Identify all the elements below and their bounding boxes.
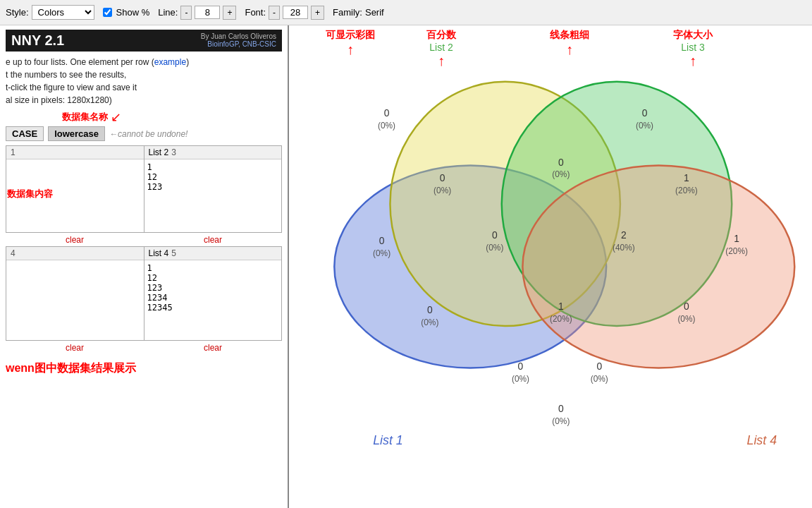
list4-textarea[interactable]: 1 12 123 1234 12345 xyxy=(144,260,282,338)
line-plus-button[interactable]: + xyxy=(223,6,236,20)
line-value-input[interactable]: 8 xyxy=(195,6,220,19)
list4-container: List 4 5 1 12 123 1234 12345 xyxy=(144,246,283,341)
region-124-pct: (0%) xyxy=(421,318,438,327)
region-34a-value: 1 xyxy=(684,172,689,183)
region-bottom-pct: (0%) xyxy=(552,416,570,426)
font-plus-button[interactable]: + xyxy=(311,6,324,20)
case-row: CASE lowercase ←cannot be undone! xyxy=(6,126,282,141)
list-top-clear-row: clear clear xyxy=(6,233,282,246)
region-1234-pct: (20%) xyxy=(550,314,572,324)
region-124-value: 0 xyxy=(427,304,433,315)
region-123-pct: (0%) xyxy=(486,243,503,253)
list3-clear-button[interactable]: clear xyxy=(66,343,84,353)
region-23-pct: (0%) xyxy=(552,169,570,179)
region-14-value: 0 xyxy=(518,361,524,372)
region-12-value: 0 xyxy=(440,172,445,183)
list3-header: 4 xyxy=(6,247,144,260)
result-title: wenn图中数据集结果展示 xyxy=(6,361,282,376)
font-label: Font: xyxy=(245,7,266,18)
app-header: NNY 2.1 By Juan Carlos Oliveros BioinfoG… xyxy=(6,30,282,52)
example-link[interactable]: example xyxy=(154,57,186,67)
case-warning: ←cannot be undone! xyxy=(109,129,187,139)
list2-num-right: 3 xyxy=(171,147,176,157)
list2-name: List 2 xyxy=(149,147,169,157)
region-134-pct: (0%) xyxy=(677,314,695,324)
region-24-value: 0 xyxy=(596,361,602,372)
line-label: Line: xyxy=(158,7,178,18)
region-only1-value: 0 xyxy=(384,107,390,119)
list3-num-left: 4 xyxy=(11,248,16,258)
region-only3-pct: (0%) xyxy=(636,121,653,131)
list-bottom-clear-row: clear clear xyxy=(6,341,282,354)
region-only4-pct: (20%) xyxy=(725,246,748,256)
list1-header: 1 xyxy=(6,146,144,159)
left-panel: NNY 2.1 By Juan Carlos Oliveros BioinfoG… xyxy=(0,25,289,508)
region-only3-value: 0 xyxy=(642,107,648,119)
region-123-value: 0 xyxy=(492,229,498,241)
region-134-value: 0 xyxy=(684,301,689,312)
show-pct-checkbox[interactable] xyxy=(103,8,112,17)
region-only2-value: 0 xyxy=(379,235,385,246)
region-only1-pct: (0%) xyxy=(378,121,395,131)
region-234-value: 2 xyxy=(621,229,627,241)
font-minus-button[interactable]: - xyxy=(269,6,280,20)
line-group: Line: - 8 + xyxy=(158,6,236,20)
list4-label: List 4 xyxy=(746,433,777,447)
list-pair-bottom: 4 List 4 5 1 12 123 1234 12345 clear xyxy=(6,246,282,354)
case-upper-button[interactable]: CASE xyxy=(6,126,44,141)
region-only4-value: 1 xyxy=(734,233,739,244)
show-pct-label: Show % xyxy=(116,7,150,18)
dataset-content-annotation: 数据集内容 xyxy=(7,188,53,200)
region-34a-pct: (20%) xyxy=(675,186,698,195)
list2-container: List 2 3 1 12 123 xyxy=(144,145,283,233)
dataset-name-annotation: 数据集名称 xyxy=(62,111,108,123)
list1-clear-button[interactable]: clear xyxy=(66,235,84,245)
author-links: BioinfoGP, CNB-CSIC xyxy=(75,40,276,48)
list4-name: List 4 xyxy=(149,248,169,258)
list2-clear-button[interactable]: clear xyxy=(204,235,222,245)
region-23-value: 0 xyxy=(558,157,564,168)
list1-num-left: 1 xyxy=(11,147,16,157)
line-minus-button[interactable]: - xyxy=(180,6,192,20)
region-234-pct: (40%) xyxy=(613,243,635,253)
list4-num-right: 5 xyxy=(171,248,176,258)
style-select[interactable]: Colors Classic ColorsBW xyxy=(32,5,94,20)
style-label: Style: xyxy=(6,7,29,18)
case-lower-button[interactable]: lowercase xyxy=(48,126,105,141)
right-panel: 可显示彩图 ↑ 百分数 List 2 ↑ 线条粗细 ↑ 字体大小 List 3 … xyxy=(289,25,812,508)
list2-textarea[interactable]: 1 12 123 xyxy=(144,159,282,230)
description: e up to four lists. One element per row … xyxy=(6,56,282,107)
list4-header: List 4 5 xyxy=(144,247,282,260)
font-value-input[interactable]: 28 xyxy=(283,6,308,19)
list2-header: List 2 3 xyxy=(144,146,282,159)
region-14-pct: (0%) xyxy=(512,374,529,384)
list4-clear-button[interactable]: clear xyxy=(204,343,222,353)
region-only2-pct: (0%) xyxy=(373,248,390,258)
list1-label: List 1 xyxy=(373,433,403,447)
author-name: By Juan Carlos Oliveros xyxy=(75,32,276,40)
list4-ellipse xyxy=(522,166,794,368)
venn-diagram: 0 (0%) 0 (0%) 0 (0%) 0 (0%) 1 (20%) 0 (0… xyxy=(289,25,812,508)
region-bottom-value: 0 xyxy=(558,403,564,414)
list3-textarea[interactable] xyxy=(6,260,144,338)
region-24-pct: (0%) xyxy=(591,374,608,384)
family-group: Family: Serif xyxy=(333,7,384,18)
app-title: NNY 2.1 xyxy=(6,30,70,52)
region-12-pct: (0%) xyxy=(433,186,451,195)
region-1234-value: 1 xyxy=(558,301,564,312)
app-author: By Juan Carlos Oliveros BioinfoGP, CNB-C… xyxy=(70,30,282,52)
family-label: Family: xyxy=(333,7,362,18)
list3-container: 4 xyxy=(6,246,144,341)
font-group: Font: - 28 + xyxy=(245,6,324,20)
show-pct-group: Show % xyxy=(103,7,150,18)
family-value: Serif xyxy=(365,7,384,18)
arrow-down-icon: ↙ xyxy=(111,109,121,125)
style-group: Style: Colors Classic ColorsBW xyxy=(6,5,94,20)
toolbar: Style: Colors Classic ColorsBW Show % Li… xyxy=(0,0,812,25)
